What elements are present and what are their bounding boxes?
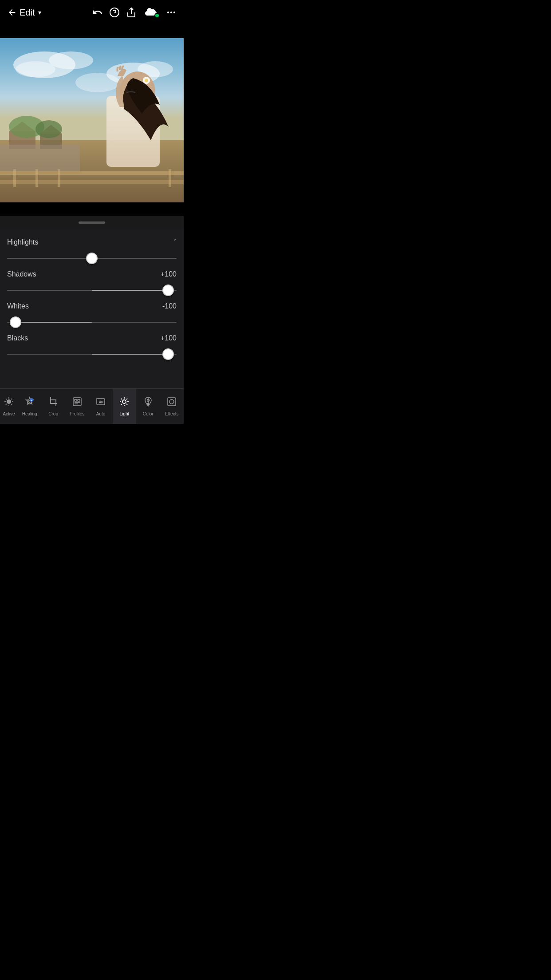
- edit-chevron[interactable]: ▾: [38, 9, 41, 16]
- svg-rect-25: [13, 169, 16, 187]
- svg-point-30: [145, 79, 148, 82]
- light-label: Light: [120, 411, 130, 416]
- svg-point-20: [35, 120, 62, 138]
- nav-item-healing[interactable]: + Healing: [18, 389, 41, 424]
- color-icon: [143, 396, 153, 410]
- highlights-label: Highlights: [7, 238, 38, 246]
- blacks-header: Blacks +100: [7, 334, 177, 342]
- svg-rect-18: [0, 145, 80, 171]
- photo-image: [0, 38, 184, 202]
- whites-fill: [16, 322, 92, 323]
- svg-point-4: [170, 12, 172, 13]
- svg-point-12: [75, 73, 120, 92]
- whites-thumb[interactable]: [10, 316, 21, 328]
- sliders-panel: Highlights ˅ Shadows +100 Whites -100: [0, 229, 184, 371]
- nav-item-profiles[interactable]: Profiles: [65, 389, 89, 424]
- blacks-label: Blacks: [7, 334, 28, 342]
- more-button[interactable]: [166, 7, 177, 18]
- shadows-fill: [92, 290, 168, 291]
- shadows-track: [7, 290, 177, 291]
- svg-rect-43: [73, 398, 81, 406]
- top-bar: Edit ▾: [0, 0, 184, 25]
- nav-item-color[interactable]: Color: [136, 389, 160, 424]
- svg-rect-45: [78, 399, 80, 401]
- svg-point-5: [173, 12, 175, 13]
- nav-item-crop[interactable]: Crop: [41, 389, 65, 424]
- edit-label: Edit: [20, 8, 35, 18]
- nav-item-effects[interactable]: Effects: [160, 389, 184, 424]
- svg-line-37: [11, 404, 12, 405]
- svg-line-54: [121, 399, 122, 399]
- svg-rect-27: [58, 169, 60, 187]
- share-button[interactable]: [126, 7, 137, 18]
- top-bar-right: [92, 7, 177, 18]
- svg-line-39: [6, 404, 7, 405]
- shadows-section: Shadows +100: [7, 268, 177, 300]
- whites-value: -100: [162, 302, 177, 310]
- highlights-collapse-chevron[interactable]: ˅: [173, 238, 177, 246]
- svg-rect-48: [97, 399, 105, 405]
- svg-point-64: [169, 399, 174, 404]
- whites-slider-container[interactable]: [7, 316, 177, 329]
- blacks-value: +100: [161, 334, 177, 342]
- svg-rect-44: [75, 399, 77, 401]
- healing-icon: +: [24, 396, 35, 410]
- crop-label: Crop: [48, 411, 58, 416]
- svg-rect-26: [35, 169, 38, 187]
- nav-item-auto[interactable]: Auto: [89, 389, 112, 424]
- whites-track: [7, 322, 177, 323]
- image-area: [0, 25, 184, 216]
- svg-rect-28: [169, 169, 171, 187]
- back-button[interactable]: [7, 8, 17, 17]
- blacks-track: [7, 354, 177, 355]
- blacks-slider-container[interactable]: [7, 348, 177, 361]
- svg-rect-63: [168, 398, 176, 406]
- highlights-section: Highlights ˅: [7, 229, 177, 268]
- svg-point-31: [7, 399, 11, 404]
- auto-icon: [95, 396, 106, 410]
- color-label: Color: [143, 411, 153, 416]
- svg-line-36: [6, 399, 7, 399]
- crop-icon: [48, 396, 59, 410]
- active-icon: [4, 396, 14, 410]
- healing-label: Healing: [22, 411, 37, 416]
- blacks-fill: [92, 354, 168, 355]
- whites-header: Whites -100: [7, 302, 177, 310]
- top-bar-left: Edit ▾: [7, 8, 41, 18]
- svg-line-56: [126, 399, 127, 399]
- svg-point-49: [122, 400, 126, 403]
- shadows-thumb[interactable]: [162, 285, 174, 296]
- undo-button[interactable]: [92, 7, 103, 18]
- shadows-header: Shadows +100: [7, 270, 177, 278]
- svg-point-8: [49, 51, 93, 69]
- bottom-nav: Active + Healing Crop: [0, 388, 184, 424]
- active-label: Active: [3, 411, 15, 416]
- svg-line-55: [126, 404, 127, 405]
- shadows-label: Shadows: [7, 270, 36, 278]
- cloud-sync-status: [154, 13, 160, 18]
- shadows-slider-container[interactable]: [7, 284, 177, 297]
- effects-label: Effects: [165, 411, 178, 416]
- svg-rect-23: [0, 171, 184, 175]
- svg-point-9: [16, 61, 55, 77]
- drag-indicator: [0, 216, 184, 229]
- profiles-icon: [72, 396, 83, 410]
- highlights-header: Highlights ˅: [7, 232, 177, 252]
- whites-label: Whites: [7, 302, 29, 310]
- blacks-thumb[interactable]: [162, 348, 174, 360]
- drag-pill: [79, 221, 105, 224]
- nav-item-active[interactable]: Active: [0, 389, 18, 424]
- cloud-sync-button[interactable]: [143, 7, 160, 18]
- svg-text:+: +: [31, 399, 32, 402]
- nav-item-light[interactable]: Light: [113, 389, 136, 424]
- svg-point-60: [147, 403, 149, 405]
- svg-point-3: [167, 12, 169, 13]
- highlights-slider-container[interactable]: [7, 252, 177, 265]
- shadows-value: +100: [161, 270, 177, 278]
- highlights-thumb[interactable]: [86, 253, 98, 264]
- effects-icon: [166, 396, 177, 410]
- help-button[interactable]: [109, 7, 120, 18]
- whites-section: Whites -100: [7, 300, 177, 332]
- photo-canvas[interactable]: [0, 38, 184, 202]
- svg-line-38: [11, 399, 12, 399]
